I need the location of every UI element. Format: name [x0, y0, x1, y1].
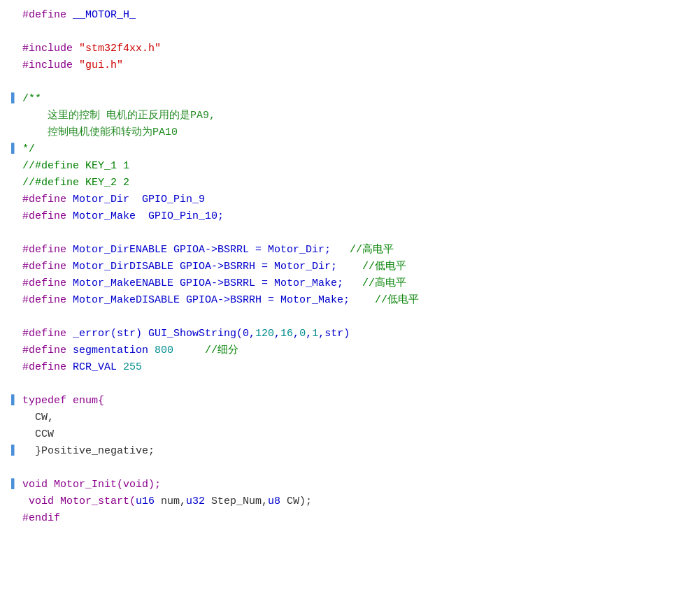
code-line: CW,	[0, 410, 700, 426]
line-gutter	[11, 124, 20, 141]
code-line: ▌typedef enum{	[0, 393, 700, 410]
line-gutter	[11, 275, 20, 292]
code-token: 120	[255, 328, 274, 340]
line-content: #define Motor_MakeDISABLE GPIOA->BSRRH =…	[22, 292, 689, 309]
line-gutter	[11, 175, 20, 191]
code-line: 这里的控制 电机的正反用的是PA9,	[0, 108, 700, 124]
code-line: #include "gui.h"	[0, 57, 700, 74]
line-content: #define RCR_VAL 255	[22, 359, 689, 376]
line-gutter	[11, 410, 20, 426]
code-token: //低电平	[350, 294, 419, 306]
code-token: Motor_Make GPIO_Pin_10;	[73, 210, 224, 222]
code-token: Step_Num,	[205, 495, 268, 507]
line-content	[22, 74, 689, 91]
code-token: #endif	[22, 512, 60, 524]
code-token: #include	[22, 59, 79, 71]
code-line: #define __MOTOR_H_	[0, 7, 700, 24]
line-gutter: ▌	[11, 443, 20, 460]
code-token: 1	[312, 328, 318, 340]
line-gutter	[11, 359, 20, 376]
line-content	[22, 225, 689, 242]
code-line: 控制电机使能和转动为PA10	[0, 124, 700, 141]
code-line: #include "stm32f4xx.h"	[0, 41, 700, 57]
code-token: typedef enum{	[22, 395, 104, 407]
code-line	[0, 376, 700, 393]
line-content: CW,	[22, 410, 689, 426]
code-token: 控制电机使能和转动为PA10	[22, 126, 178, 138]
code-token: ,str)	[318, 328, 350, 340]
code-token: u16	[136, 495, 155, 507]
code-line: ▌ }Positive_negative;	[0, 443, 700, 460]
code-line: #endif	[0, 510, 700, 527]
line-content: /**	[22, 91, 689, 108]
line-gutter	[11, 208, 20, 225]
code-token: }Positive_negative;	[22, 445, 155, 457]
line-gutter	[11, 326, 20, 342]
code-line: #define Motor_DirDISABLE GPIOA->BSRRH = …	[0, 259, 700, 275]
code-token: #define	[22, 210, 73, 222]
line-gutter	[11, 493, 20, 510]
line-gutter	[11, 191, 20, 208]
line-gutter	[11, 426, 20, 443]
line-content: #define __MOTOR_H_	[22, 7, 689, 24]
code-line: #define Motor_Make GPIO_Pin_10;	[0, 208, 700, 225]
line-content: #define Motor_DirENABLE GPIOA->BSRRL = M…	[22, 242, 689, 259]
line-gutter: ▌	[11, 393, 20, 410]
code-line: #define Motor_MakeDISABLE GPIOA->BSRRH =…	[0, 292, 700, 309]
line-content	[22, 309, 689, 326]
code-token: #define	[22, 361, 73, 373]
code-line	[0, 460, 700, 477]
code-token: void Motor_Init(void);	[22, 479, 161, 491]
code-token: #include	[22, 43, 79, 55]
code-line: //#define KEY_1 1	[0, 158, 700, 175]
line-content: CCW	[22, 426, 689, 443]
code-line: CCW	[0, 426, 700, 443]
code-token: "stm32f4xx.h"	[79, 43, 161, 55]
code-token: ,	[274, 328, 280, 340]
code-line: #define Motor_Dir GPIO_Pin_9	[0, 191, 700, 208]
line-gutter	[11, 225, 20, 242]
code-line	[0, 225, 700, 242]
line-content	[22, 24, 689, 41]
code-token: //细分	[173, 345, 238, 356]
line-content: #define Motor_DirDISABLE GPIOA->BSRRH = …	[22, 259, 689, 275]
code-token: /**	[22, 93, 41, 105]
code-token: #define	[22, 261, 73, 273]
code-token: RCR_VAL	[73, 361, 123, 373]
code-line: void Motor_start(u16 num,u32 Step_Num,u8…	[0, 493, 700, 510]
line-content	[22, 376, 689, 393]
line-gutter	[11, 24, 20, 41]
code-token: #define	[22, 194, 73, 205]
line-gutter	[11, 41, 20, 57]
code-token: 255	[123, 361, 142, 373]
code-token: //#define KEY_1 1	[22, 160, 129, 172]
code-token: __MOTOR_H_	[73, 9, 136, 21]
code-token: #define	[22, 345, 73, 356]
line-content: void Motor_Init(void);	[22, 477, 689, 493]
code-token: #define	[22, 244, 73, 256]
code-editor: #define __MOTOR_H_ #include "stm32f4xx.h…	[0, 0, 700, 594]
code-line: ▌*/	[0, 141, 700, 158]
line-content: }Positive_negative;	[22, 443, 689, 460]
line-gutter	[11, 292, 20, 309]
code-token: CW,	[22, 412, 54, 423]
code-token: void Motor_start(	[22, 495, 136, 507]
code-line	[0, 309, 700, 326]
line-gutter	[11, 57, 20, 74]
line-content: //#define KEY_2 2	[22, 175, 689, 191]
line-content: 控制电机使能和转动为PA10	[22, 124, 689, 141]
code-token: */	[22, 143, 35, 155]
line-content: typedef enum{	[22, 393, 689, 410]
code-token: CW);	[280, 495, 312, 507]
line-gutter: ▌	[11, 141, 20, 158]
code-line: //#define KEY_2 2	[0, 175, 700, 191]
code-token: Motor_DirDISABLE GPIOA->BSRRH = Motor_Di…	[73, 261, 337, 273]
code-token: //高电平	[331, 244, 394, 256]
line-gutter	[11, 242, 20, 259]
code-token: 这里的控制 电机的正反用的是PA9,	[22, 110, 215, 122]
code-line: ▌void Motor_Init(void);	[0, 477, 700, 493]
code-token: Motor_DirENABLE GPIOA->BSRRL = Motor_Dir…	[73, 244, 331, 256]
code-token: 16	[280, 328, 293, 340]
code-token: CCW	[22, 428, 54, 440]
code-token: _error(str) GUI_ShowString(0,	[73, 328, 255, 340]
